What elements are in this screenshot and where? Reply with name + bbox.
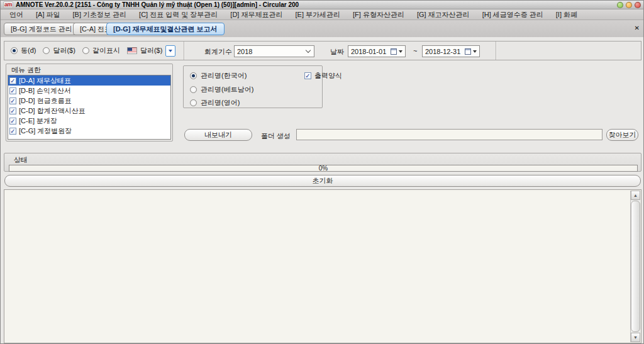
progress-bar: 0% <box>9 165 638 172</box>
toolbar-divider <box>496 42 496 60</box>
date-label: 날짜 <box>330 47 344 57</box>
tab-close-icon[interactable]: ✕ <box>635 25 640 31</box>
list-item-label: [D-D] 현금흐름표 <box>19 96 72 106</box>
checkbox-checked-icon[interactable]: ✓ <box>9 87 16 94</box>
radio-dollar[interactable] <box>43 47 50 54</box>
maximize-icon[interactable] <box>626 2 632 8</box>
menu-item-basic-info[interactable]: [B] 기초정보 관리 <box>67 9 133 19</box>
vertical-scrollbar[interactable]: ▲ ▼ <box>630 191 640 342</box>
menu-permission-list: ✓ [D-A] 재무상태표 ✓ [D-B] 손익계산서 ✓ [D-D] 현금흐름… <box>8 75 171 140</box>
menu-item-tax-receipt[interactable]: [H] 세금영수증 관리 <box>476 9 550 19</box>
chevron-down-icon <box>306 48 311 53</box>
window-controls <box>617 2 641 8</box>
date-from-value: 2018-01-01 <box>351 48 391 55</box>
management-name-group: 관리명(한국어) 관리명(베트남어) 관리명(영어) <box>183 65 323 108</box>
fiscal-period-value: 2018 <box>237 48 304 55</box>
menu-permission-group: 메뉴 권한 ✓ [D-A] 재무상태표 ✓ [D-B] 손익계산서 ✓ [D-D… <box>6 64 173 141</box>
tab-financial-report[interactable]: [D-G] 재무제표및결산관련 보고서 <box>106 23 225 35</box>
list-item-trial-balance[interactable]: ✓ [C-D] 합계잔액시산표 <box>8 106 170 116</box>
chevron-down-icon <box>169 50 172 52</box>
progress-label: 0% <box>319 165 328 172</box>
tab-account-code-management[interactable]: [B-G] 계정코드 관리 <box>4 23 79 35</box>
date-to-picker[interactable]: 2018-12-31 <box>422 45 480 57</box>
title-bar: am AMNOTE Ver.20.0.2 [2151 - Công ty TNH… <box>1 1 643 9</box>
list-item-label: [D-B] 손익계산서 <box>19 86 71 96</box>
radio-dong[interactable] <box>11 47 18 54</box>
radio-english[interactable]: 관리명(영어) <box>190 98 240 108</box>
menu-item-fixed-assets[interactable]: [F] 유형자산관리 <box>347 9 411 19</box>
menu-item-financial-statements[interactable]: [D] 재무제표관리 <box>224 9 289 19</box>
checkbox-checked-icon[interactable]: ✓ <box>9 97 16 104</box>
window-title: AMNOTE Ver.20.0.2 [2151 - Công ty TNHH Q… <box>16 1 299 8</box>
us-flag-icon <box>127 47 137 54</box>
radio-vietnamese-label: 관리명(베트남어) <box>201 85 253 94</box>
scrollbar-thumb[interactable] <box>631 201 640 332</box>
fiscal-period-label: 회계기수 <box>204 47 232 57</box>
currency-dropdown-button[interactable] <box>165 45 175 57</box>
date-from-picker[interactable]: 2018-01-01 <box>348 45 406 57</box>
tab-strip: [B-G] 계정코드 관리 [C-A] 전표 [D-G] 재무제표및결산관련 보… <box>1 20 643 37</box>
folder-path-input[interactable] <box>296 129 602 140</box>
reset-button[interactable]: 초기화 <box>4 175 641 187</box>
radio-button-icon <box>190 99 197 106</box>
list-item-label: [C-E] 분개장 <box>19 116 57 126</box>
filter-toolbar: 동(đ) 달러($) 같이표시 달러($) 회계기수 2018 날짜 2018-… <box>4 41 641 60</box>
list-item-journal[interactable]: ✓ [C-E] 분개장 <box>8 116 170 126</box>
export-button[interactable]: 내보내기 <box>184 129 252 141</box>
status-group: 상태 0% <box>4 153 641 172</box>
app-logo-icon: am <box>3 1 13 8</box>
calendar-icon <box>391 48 397 55</box>
list-item-label: [C-G] 계정별원장 <box>19 126 72 136</box>
list-item-balance-sheet[interactable]: ✓ [D-A] 재무상태표 <box>8 75 170 86</box>
list-item-income-statement[interactable]: ✓ [D-B] 손익계산서 <box>8 86 170 96</box>
menu-item-journal-entry[interactable]: [C] 전표 입력 및 장부관리 <box>133 9 224 19</box>
report-workspace-panel: ▲ ▼ <box>4 189 641 343</box>
currency-dropdown-value: 달러($) <box>140 46 162 55</box>
app-window: am AMNOTE Ver.20.0.2 [2151 - Công ty TNH… <box>0 0 644 344</box>
menu-item-vat[interactable]: [E] 부가세관리 <box>289 9 347 19</box>
scroll-up-icon[interactable]: ▲ <box>631 191 640 200</box>
checkbox-checked-icon[interactable]: ✓ <box>304 72 311 79</box>
close-window-icon[interactable] <box>635 2 641 8</box>
fiscal-period-select[interactable]: 2018 <box>234 45 314 57</box>
radio-button-icon <box>190 86 197 93</box>
toolbar-divider <box>184 42 184 60</box>
output-format-option[interactable]: ✓ 출력양식 <box>304 71 342 80</box>
status-title: 상태 <box>14 155 28 165</box>
radio-korean-label: 관리명(한국어) <box>201 71 247 80</box>
date-range-separator: ~ <box>413 47 417 55</box>
radio-korean[interactable]: 관리명(한국어) <box>190 71 247 80</box>
menu-item-currency[interactable]: [I] 화폐 <box>550 9 584 19</box>
minimize-icon[interactable] <box>617 2 623 8</box>
scroll-down-icon[interactable]: ▼ <box>631 333 640 342</box>
menu-item-inventory[interactable]: [G] 재고자산관리 <box>411 9 476 19</box>
radio-show-together[interactable] <box>82 47 89 54</box>
list-item-label: [D-A] 재무상태표 <box>19 76 71 86</box>
date-to-value: 2018-12-31 <box>425 48 465 55</box>
chevron-down-icon <box>399 50 402 53</box>
radio-dong-label: 동(đ) <box>21 46 36 55</box>
radio-english-label: 관리명(영어) <box>201 98 240 108</box>
currency-radio-group: 동(đ) 달러($) 같이표시 달러($) <box>4 42 184 60</box>
radio-show-together-label: 같이표시 <box>92 46 120 55</box>
radio-button-icon <box>190 72 197 79</box>
list-item-cash-flow[interactable]: ✓ [D-D] 현금흐름표 <box>8 96 170 106</box>
checkbox-checked-icon[interactable]: ✓ <box>9 128 16 135</box>
chevron-down-icon <box>473 50 477 53</box>
list-item-label: [C-D] 합계잔액시산표 <box>19 106 86 116</box>
checkbox-checked-icon[interactable]: ✓ <box>9 108 16 114</box>
radio-dollar-label: 달러($) <box>53 46 75 55</box>
radio-vietnamese[interactable]: 관리명(베트남어) <box>190 85 253 94</box>
list-item-account-ledger[interactable]: ✓ [C-G] 계정별원장 <box>8 126 170 136</box>
checkbox-checked-icon[interactable]: ✓ <box>9 77 16 84</box>
menu-permission-title: 메뉴 권한 <box>11 65 41 75</box>
output-format-label: 출력양식 <box>314 71 342 80</box>
menu-bar: 언어 [A] 파일 [B] 기초정보 관리 [C] 전표 입력 및 장부관리 [… <box>1 9 643 20</box>
calendar-icon <box>465 48 471 55</box>
checkbox-checked-icon[interactable]: ✓ <box>9 118 16 125</box>
menu-item-language[interactable]: 언어 <box>3 9 30 19</box>
browse-button[interactable]: 찾아보기 <box>606 129 638 141</box>
folder-create-label: 폴더 생성 <box>261 131 291 141</box>
menu-item-file[interactable]: [A] 파일 <box>30 9 67 19</box>
